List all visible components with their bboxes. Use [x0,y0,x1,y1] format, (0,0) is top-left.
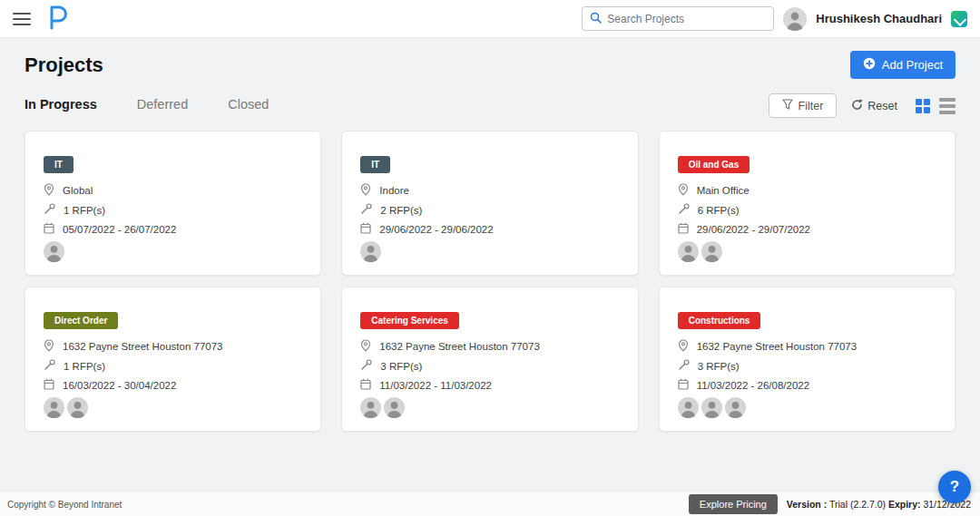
calendar-icon [678,222,689,236]
member-avatar [725,397,746,418]
project-card[interactable]: Test Project Constructions 1632 Payne St… [659,287,956,432]
member-avatars [360,241,619,262]
list-view-icon[interactable] [939,98,956,114]
project-dates-row: 16/03/2022 - 30/04/2022 [44,378,302,392]
project-location: Indore [379,185,409,196]
connected-app-icon[interactable] [951,11,967,27]
project-title: Website Development [44,146,302,147]
project-title: Test Project #2 [360,302,619,303]
category-badge: Direct Order [44,312,118,329]
project-card[interactable]: Software Development IT Indore 2 RFP(s) [341,131,638,276]
rfp-tools-icon [44,359,55,373]
member-avatar [44,241,64,262]
member-avatar [678,241,699,262]
project-rfp-count: 2 RFP(s) [380,205,422,216]
project-location: 1632 Payne Street Houston 77073 [697,341,857,352]
project-card[interactable]: Website Development IT Global 1 RFP(s) [24,131,321,276]
rfp-tools-icon [678,203,690,217]
search-box [582,6,774,31]
project-title: Software Development [360,146,619,147]
calendar-icon [678,378,689,392]
member-avatar [678,397,699,418]
project-title: Test Project [678,302,936,303]
location-pin-icon [360,183,371,198]
project-rfp-row: 1 RFP(s) [44,359,302,373]
category-badge: IT [44,156,74,173]
project-location: Main Office [697,185,750,196]
project-dates-row: 29/06/2022 - 29/06/2022 [360,222,619,236]
project-location-row: Main Office [678,183,936,198]
member-avatars [44,241,302,262]
footer: Copyright © Beyond Intranet Explore Pric… [0,492,980,516]
help-button[interactable]: ? [938,471,971,503]
user-name[interactable]: Hrushikesh Chaudhari [816,12,942,25]
project-rfp-count: 3 RFP(s) [698,361,740,372]
rfp-tools-icon [360,359,372,373]
member-avatar [360,241,381,262]
copyright-text: Copyright © Beyond Intranet [7,500,122,510]
member-avatar [384,397,405,418]
project-rfp-count: 1 RFP(s) [64,361,105,372]
project-card[interactable]: Test Project #2 Catering Services 1632 P… [341,287,638,432]
category-badge: Oil and Gas [678,156,750,173]
project-location-row: 1632 Payne Street Houston 77073 [44,339,302,354]
project-card[interactable]: Test Project - Selling Cars Direct Order… [24,287,321,432]
project-title: Test Project - Adlene (Edit) [678,146,936,147]
project-rfp-row: 3 RFP(s) [678,359,936,373]
location-pin-icon [678,339,689,354]
project-location: 1632 Payne Street Houston 77073 [63,341,222,352]
member-avatars [44,397,302,418]
project-location-row: Indore [360,183,619,198]
category-badge: Catering Services [360,312,459,329]
member-avatar [701,241,722,262]
project-dates: 05/07/2022 - 26/07/2022 [63,224,176,235]
search-icon [590,11,602,27]
member-avatar [44,397,64,418]
project-rfp-row: 3 RFP(s) [360,359,619,373]
grid-view-icon[interactable] [916,99,930,113]
topbar: Hrushikesh Chaudhari [0,0,980,38]
location-pin-icon [44,339,54,354]
member-avatars [678,397,936,418]
project-location-row: Global [44,183,302,198]
project-dates: 29/06/2022 - 29/06/2022 [379,224,493,235]
calendar-icon [360,378,371,392]
version-text: Version : Trial (2.2.7.0) Expiry: 31/12/… [787,499,971,510]
cards-grid: Website Development IT Global 1 RFP(s) [0,118,980,432]
location-pin-icon [360,339,371,354]
category-badge: Constructions [678,312,761,329]
project-card[interactable]: Test Project - Adlene (Edit) Oil and Gas… [659,131,956,276]
page-title: Projects [24,54,103,77]
member-avatar [701,397,722,418]
member-avatar [360,397,381,418]
app-logo-icon[interactable] [45,5,69,34]
tab-deferred[interactable]: Deferred [137,97,188,115]
project-rfp-count: 3 RFP(s) [380,361,422,372]
project-dates-row: 11/03/2022 - 26/08/2022 [678,378,936,392]
rfp-tools-icon [678,359,690,373]
calendar-icon [360,222,371,236]
explore-pricing-button[interactable]: Explore Pricing [689,494,778,514]
project-rfp-row: 1 RFP(s) [44,203,302,217]
project-dates-row: 11/03/2022 - 11/03/2022 [360,378,619,392]
rfp-tools-icon [44,203,55,217]
search-input[interactable] [607,13,766,25]
project-dates-row: 29/06/2022 - 29/07/2022 [678,222,936,236]
tab-in-progress[interactable]: In Progress [24,97,97,115]
location-pin-icon [44,183,54,198]
filter-funnel-icon [782,99,793,112]
reset-button[interactable]: Reset [851,99,897,113]
project-location: 1632 Payne Street Houston 77073 [379,341,539,352]
category-badge: IT [360,156,390,173]
member-avatars [360,397,619,418]
project-rfp-row: 2 RFP(s) [360,203,619,217]
calendar-icon [44,222,54,236]
project-rfp-count: 6 RFP(s) [698,205,740,216]
tab-closed[interactable]: Closed [228,97,269,115]
hamburger-menu-icon[interactable] [13,13,31,25]
filter-button[interactable]: Filter [769,93,838,118]
status-tabs: In Progress Deferred Closed [24,97,269,115]
user-avatar[interactable] [783,7,807,31]
project-location-row: 1632 Payne Street Houston 77073 [360,339,619,354]
add-project-button[interactable]: Add Project [850,51,956,79]
